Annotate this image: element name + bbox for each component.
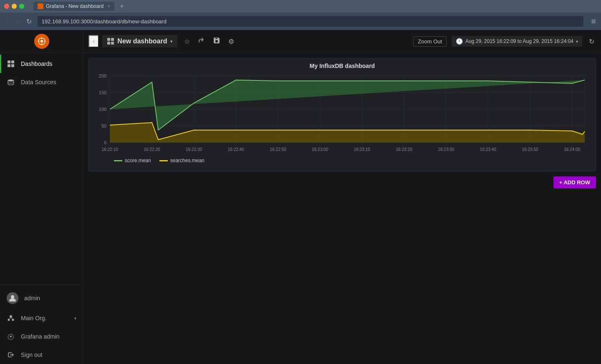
svg-point-12 [10,315,12,318]
chart-title: My InfluxDB dashboard [89,58,596,72]
time-range-picker[interactable]: 🕐 Aug 29, 2015 16:22:09 to Aug 29, 2015 … [452,36,582,47]
toolbar-actions: ☆ ⚙ [182,35,236,47]
svg-text:150: 150 [99,90,106,95]
browser-menu-button[interactable]: ≡ [591,17,596,26]
dashboards-icon [7,60,15,68]
sign-out-label: Sign out [21,351,42,358]
svg-point-5 [40,40,43,43]
add-row-container: + ADD ROW [88,176,596,188]
svg-point-11 [11,295,14,299]
dashboard-title-button[interactable]: New dashboard ▾ [102,35,177,48]
refresh-button[interactable]: ↻ [587,36,596,47]
org-icon [7,314,15,322]
svg-text:16:23:00: 16:23:00 [312,147,328,152]
dashboard-title: New dashboard [117,38,167,45]
star-button[interactable]: ☆ [182,36,192,47]
dashboards-label: Dashboards [21,60,53,67]
signout-icon [7,351,15,359]
svg-text:16:23:40: 16:23:40 [480,147,497,152]
browser-reload-button[interactable]: ↻ [25,17,33,26]
add-row-button[interactable]: + ADD ROW [553,176,596,188]
dashboard-content: My InfluxDB dashboard [83,53,601,364]
time-range-text: Aug 29, 2015 16:22:09 to Aug 29, 2015 16… [465,38,573,44]
legend-line-searches [159,160,168,161]
svg-point-13 [8,319,10,321]
svg-text:16:23:50: 16:23:50 [522,147,538,152]
chart-svg-container: 200 150 100 50 0 [89,72,589,155]
legend-label-score: score.mean [125,158,151,163]
url-bar[interactable]: 192.168.99.100:3000/dashboard/db/new-das… [38,16,584,27]
tab-title: Grafana - New dashboard [46,3,104,9]
grafana-admin-label: Grafana admin [21,333,60,340]
svg-text:16:23:20: 16:23:20 [396,147,412,152]
chart-area: 200 150 100 50 0 [89,72,596,171]
svg-text:50: 50 [101,123,106,128]
toolbar-right: Zoom Out 🕐 Aug 29, 2015 16:22:09 to Aug … [413,36,596,47]
sidebar-logo[interactable] [0,30,83,53]
svg-text:16:22:50: 16:22:50 [270,147,286,152]
svg-rect-8 [8,64,10,67]
share-button[interactable] [197,35,207,47]
dashboard-grid-icon [107,38,114,45]
tab-close-button[interactable]: × [108,4,110,9]
sidebar-item-dashboards[interactable]: Dashboards [0,55,83,73]
svg-line-15 [9,318,11,319]
sidebar-item-grafana-admin[interactable]: Grafana admin [0,327,83,346]
legend-label-searches: searches.mean [170,158,205,163]
svg-text:0: 0 [104,140,106,145]
sidebar-item-datasources[interactable]: Data Sources [0,73,83,91]
toolbar-back-button[interactable]: ‹ [88,35,99,48]
svg-text:16:24:00: 16:24:00 [564,147,581,152]
svg-text:16:22:30: 16:22:30 [186,147,202,152]
org-label: Main Org. [21,315,46,321]
datasources-label: Data Sources [21,79,56,85]
title-dropdown-arrow: ▾ [170,39,172,44]
grafana-logo-icon [34,34,49,49]
legend-line-score [114,160,122,161]
sidebar-org[interactable]: Main Org. ▾ [0,309,83,327]
sidebar-navigation: Dashboards Data Sources [0,53,83,282]
admin-label: admin [24,295,40,301]
browser-close-dot[interactable] [4,4,9,9]
sidebar-item-signout[interactable]: Sign out [0,346,83,364]
svg-point-14 [12,319,14,321]
svg-rect-6 [8,60,10,63]
browser-maximize-dot[interactable] [19,4,24,9]
svg-text:200: 200 [99,73,106,78]
zoom-out-button[interactable]: Zoom Out [413,36,447,47]
sidebar: Dashboards Data Sources [0,30,83,364]
app-container: Dashboards Data Sources [0,30,601,364]
chart-legend: score.mean searches.mean [89,155,589,168]
svg-text:16:23:30: 16:23:30 [438,147,455,152]
tab-favicon [38,3,43,9]
svg-line-16 [11,318,13,319]
browser-minimize-dot[interactable] [12,4,17,9]
legend-item-searches: searches.mean [159,158,205,163]
org-dropdown-arrow: ▾ [74,316,76,321]
browser-forward-button[interactable]: › [15,17,20,26]
browser-back-button[interactable]: ‹ [5,17,10,26]
new-tab-button[interactable]: + [117,2,127,11]
svg-text:16:22:10: 16:22:10 [102,147,119,152]
save-button[interactable] [212,35,222,47]
svg-text:16:22:20: 16:22:20 [144,147,160,152]
user-avatar [7,292,18,304]
svg-rect-7 [11,60,14,63]
legend-item-score: score.mean [114,158,151,163]
svg-text:16:23:10: 16:23:10 [354,147,371,152]
sidebar-user-admin[interactable]: admin [0,287,83,309]
svg-rect-9 [11,64,14,67]
browser-tab[interactable]: Grafana - New dashboard × [33,2,114,11]
toolbar: ‹ New dashboard ▾ ☆ [83,30,601,53]
browser-addressbar: ‹ › ↻ 192.168.99.100:3000/dashboard/db/n… [0,13,601,30]
chart-panel: My InfluxDB dashboard [88,58,596,171]
browser-titlebar: Grafana - New dashboard × + [0,0,601,13]
svg-text:100: 100 [99,107,106,112]
datasources-icon [7,78,15,86]
chart-svg: 200 150 100 50 0 [89,72,589,155]
time-range-dropdown-arrow: ▾ [576,39,578,44]
settings-button[interactable]: ⚙ [227,36,236,47]
svg-point-10 [8,80,14,82]
settings-icon [7,332,15,341]
svg-text:16:22:40: 16:22:40 [228,147,245,152]
